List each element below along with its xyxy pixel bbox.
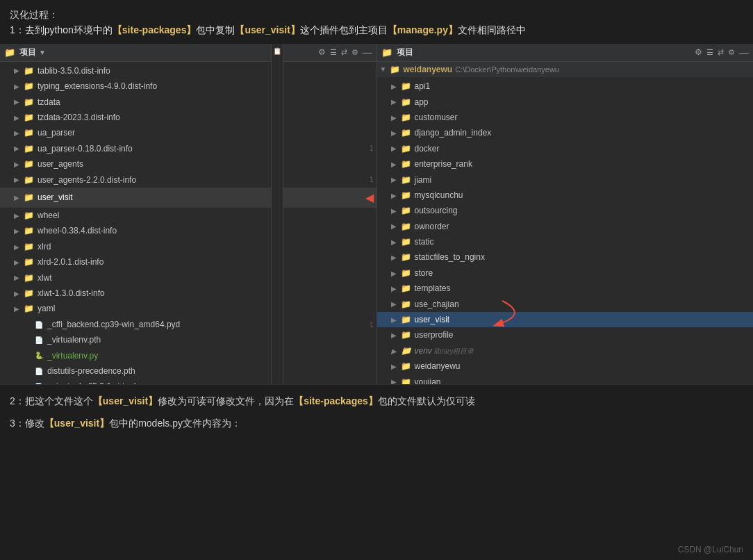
root-folder-item[interactable]: ▼ 📁 weidanyewu C:\Docker\Python\weidanye… [377,62,754,77]
list-item[interactable]: ▶ 📁 tzdata [0,94,376,110]
folder-icon: 📁 [401,297,412,311]
list-item[interactable]: ▶ 📁 store [377,265,754,281]
list-item[interactable]: ▶ 📁 tzdata-2023.3.dist-info [0,110,376,125]
left-panel-split-icon[interactable]: ⇄ [341,48,347,57]
list-item[interactable]: ▶ 📁 customuser [377,110,754,125]
list-item[interactable]: ▶ 📁 user_agents [0,156,376,172]
list-item[interactable]: ▶ 📁 wheel-0.38.4.dist-info [0,223,376,238]
list-item[interactable]: ▶ 📁 app [377,94,754,110]
folder-icon: 📁 [24,126,35,140]
list-item[interactable]: ▶ 📁 jiami [377,172,754,188]
right-panel-header: 📁 项目 ⚙ ☰ ⇄ ⚙ — [377,44,754,62]
expand-arrow: ▶ [14,174,24,186]
expand-arrow: ▶ [391,112,401,124]
item-label: user_visit [415,313,751,327]
list-item[interactable]: ▶ 📁 django_admin_index [377,125,754,140]
right-user-visit-item[interactable]: ▶ 📁 user_visit [377,312,754,327]
list-item[interactable]: ▶ 📁 xlrd-2.0.1.dist-info [0,254,376,270]
list-item[interactable]: ▶ 🐍 _virtualenv.py [0,348,376,363]
folder-icon: 📁 [24,64,35,78]
expand-arrow: ▶ [391,361,401,372]
folder-icon: 📁 [401,142,412,156]
list-item[interactable]: ▶ 📁 userprofile [377,327,754,343]
right-file-tree: ▶ 📁 api1 ▶ 📁 app ▶ 📁 customuser ▶ 📁 [377,77,754,384]
item-label: distutils-precedence.pth [47,364,374,378]
folder-icon: 📁 [24,95,35,109]
list-item[interactable]: ▶ 📁 xlwt-1.3.0.dist-info [0,286,376,301]
list-item[interactable]: ▶ 📁 enterprise_rank [377,156,754,172]
list-item[interactable]: ▶ 📁 user_agents-2.2.0.dist-info 1 [0,172,376,188]
user-visit-item[interactable]: ▶ 📁 user_visit ◀ [0,188,376,208]
right-panel-gear-icon[interactable]: ⚙ [728,48,735,57]
list-item[interactable]: ▶ 📁 staticfiles_to_nginx [377,249,754,265]
left-panel-list-icon[interactable]: ☰ [330,48,337,57]
expand-arrow: ▶ [391,220,401,232]
folder-icon: 📁 [401,250,412,264]
list-item[interactable]: ▶ 📁 docker [377,141,754,156]
item-label: staticfiles_to_nginx [415,250,751,264]
expand-arrow: ▶ [14,127,24,139]
right-panel-minus-icon[interactable]: — [739,47,749,57]
left-panel-settings-icon[interactable]: ⚙ [318,47,326,57]
list-item[interactable]: ▶ 📁 mysqlcunchu [377,188,754,203]
item-label: static [415,235,751,249]
expand-arrow: ▶ [391,345,401,357]
list-item[interactable]: ▶ 📁 tablib-3.5.0.dist-info [0,63,376,79]
folder-icon: 📁 [401,375,412,384]
expand-arrow: ▶ [391,96,401,108]
item-label: xlwt-1.3.0.dist-info [38,286,374,300]
expand-arrow: ▶ [14,272,24,283]
list-item[interactable]: ▶ 📁 templates [377,281,754,296]
folder-icon: 📁 [401,188,412,202]
item-label: xlrd-2.0.1.dist-info [38,255,374,269]
expand-arrow: ▶ [14,303,24,315]
list-item[interactable]: ▶ 📄 distutils-precedence.pth [0,363,376,379]
list-item[interactable]: ▶ 📄 _cffi_backend.cp39-win_amd64.pyd 1 [0,317,376,332]
list-item[interactable]: ▶ 📁 wheel [0,208,376,223]
folder-icon: 📁 [401,344,412,358]
left-panel-gear-icon[interactable]: ⚙ [351,48,358,57]
left-panel-dropdown-icon[interactable]: ▼ [39,49,46,56]
expand-arrow: ▶ [391,236,401,248]
folder-icon: 📁 [401,220,412,233]
list-item[interactable]: ▶ 📁 youjian [377,374,754,384]
list-item[interactable]: ▶ 📄 setuptools-65.5.1.virtualenv [0,379,376,384]
expand-arrow: ▶ [14,241,24,253]
instruction-step1: 1：去到python环境中的【site-packages】包中复制【user_v… [10,22,743,38]
item-label: ownorder [415,220,751,233]
list-item[interactable]: ▶ 📁 weidanyewu [377,359,754,374]
list-item[interactable]: ▶ 📁 typing_extensions-4.9.0.dist-info [0,79,376,94]
folder-icon: 📁 [24,208,35,222]
item-label: customuser [415,110,751,124]
list-item[interactable]: ▶ 📁 xlwt [0,270,376,286]
right-panel-split-icon[interactable]: ⇄ [718,48,724,57]
folder-icon: 📁 [24,79,35,93]
file-icon: 📄 [33,365,44,377]
expand-arrow: ▶ [391,376,401,384]
right-panel-title: 项目 [397,47,413,58]
list-item[interactable]: ▶ 📁 outsourcing [377,203,754,218]
item-label: youjian [415,375,751,384]
list-item[interactable]: ▶ 📁 static [377,234,754,249]
list-item[interactable]: ▶ 📁 ua_parser-0.18.0.dist-info 1 [0,141,376,156]
folder-icon: 📁 [24,224,35,238]
folder-icon: 📁 [401,328,412,342]
list-item[interactable]: ▶ 📁 ua_parser [0,125,376,140]
expand-arrow: ▶ [391,190,401,201]
left-panel-minus-icon[interactable]: — [363,47,372,57]
right-panel-list-icon[interactable]: ☰ [706,48,713,57]
item-label: xlrd [38,240,374,254]
venv-item[interactable]: ▶ 📁 venv library根目录 [377,343,754,359]
list-item[interactable]: ▶ 📄 _virtualenv.pth [0,332,376,347]
list-item[interactable]: ▶ 📁 yaml [0,301,376,316]
list-item[interactable]: ▶ 📁 xlrd [0,239,376,254]
folder-icon: 📁 [401,110,412,124]
list-item[interactable]: ▶ 📁 api1 [377,79,754,94]
line-num: 1 [370,319,374,331]
list-item[interactable]: ▶ 📁 ownorder [377,219,754,234]
item-label: userprofile [415,328,751,342]
folder-icon: 📁 [390,63,401,76]
root-path: C:\Docker\Python\weidanyewu [455,63,559,76]
right-panel-settings-icon[interactable]: ⚙ [695,47,702,57]
list-item[interactable]: ▶ 📁 use_chajian [377,297,754,312]
